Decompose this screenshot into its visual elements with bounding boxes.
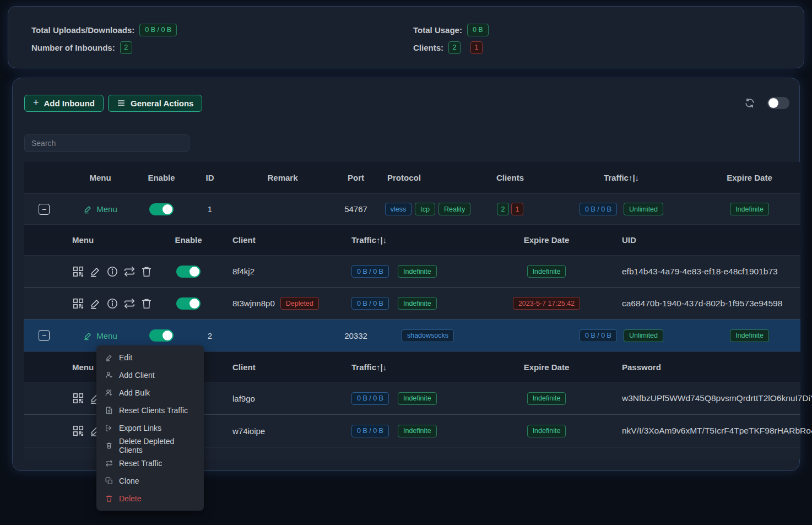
traffic-limit-badge: Indefinite [398, 392, 437, 405]
clients-count: 2 1 [476, 203, 544, 215]
clone-icon [105, 477, 113, 485]
reset-traffic-icon[interactable] [123, 297, 136, 310]
row-menu-button[interactable]: Menu [83, 204, 117, 214]
file-reset-icon [105, 407, 113, 414]
clients-active-badge: 2 [497, 203, 509, 215]
enable-toggle[interactable] [149, 329, 174, 342]
stat-total-uploads-downloads: Total Uploads/Downloads: 0 B / 0 B [24, 21, 405, 39]
client-password: nkV/I/3XoAm9v6xMT/T5IcrF4TpeTKF98rHARbRo… [622, 426, 812, 436]
inbound-row-1: − Menu 1 54767 vless tcp Reality 2 [24, 194, 800, 225]
delete-icon[interactable] [140, 266, 153, 278]
general-actions-label: General Actions [131, 99, 193, 108]
trash-clients-icon [105, 442, 113, 450]
inbound-port: 20332 [332, 331, 380, 340]
expire-badge: Indefinite [730, 203, 769, 215]
stat-label: Clients: [413, 43, 443, 52]
col-traffic[interactable]: Traffic↑|↓ [544, 173, 699, 182]
info-icon[interactable] [106, 266, 118, 278]
expire-badge: Indefinite [527, 425, 566, 437]
edit-icon[interactable] [89, 297, 101, 310]
edit-icon[interactable] [89, 266, 101, 278]
clients-active-badge: 2 [448, 41, 461, 54]
expire-badge: Indefinite [527, 265, 566, 278]
client-name: laf9go [232, 394, 255, 403]
col-uid: UID [604, 235, 800, 245]
col-traffic[interactable]: Traffic↑|↓ [329, 362, 489, 372]
add-inbound-label: Add Inbound [44, 99, 95, 108]
refresh-icon[interactable] [744, 98, 755, 109]
delete-icon[interactable] [140, 297, 153, 310]
traffic-badge: 0 B / 0 B [351, 297, 389, 310]
expire-badge: Indefinite [527, 392, 566, 405]
collapse-row-button[interactable]: − [39, 204, 50, 215]
menu-item-add-bulk[interactable]: Add Bulk [96, 384, 204, 402]
qr-code-icon[interactable] [72, 266, 84, 278]
traffic-badge: 0 B / 0 B [580, 203, 617, 215]
col-expire-date: Expire Date [489, 235, 604, 245]
col-id: ID [187, 173, 233, 182]
collapse-row-button[interactable]: − [39, 330, 50, 341]
security-tag: Reality [439, 203, 470, 215]
col-password: Password [604, 362, 800, 372]
transport-tag: tcp [415, 203, 435, 215]
client-password: w3NfbzUPf5WWd745Q8pvsmQrdrttT2lO6knuI7Di… [622, 393, 812, 403]
client-name: w74ioipe [232, 426, 265, 436]
row-menu-button[interactable]: Menu [83, 331, 117, 340]
menu-item-delete[interactable]: Delete [96, 490, 204, 507]
protocol-tag: vless [385, 203, 412, 215]
qr-code-icon[interactable] [72, 392, 84, 404]
client-name: 8t3wjnn8p0 [232, 299, 275, 308]
dark-mode-toggle[interactable] [767, 97, 789, 109]
menu-item-edit[interactable]: Edit [96, 349, 204, 366]
stat-total-usage: Total Usage: 0 B [405, 21, 804, 39]
col-traffic[interactable]: Traffic↑|↓ [329, 235, 489, 245]
stat-value-badge: 2 [120, 41, 132, 54]
client-row: 8t3wjnn8p0 Depleted 0 B / 0 B Indefinite… [24, 288, 800, 320]
expire-badge: 2023-5-7 17:25:42 [513, 297, 580, 310]
traffic-badge: 0 B / 0 B [351, 425, 389, 437]
stat-clients: Clients: 2 1 [405, 39, 804, 56]
delete-icon [105, 495, 113, 502]
menu-item-reset-clients-traffic[interactable]: Reset Clients Traffic [96, 402, 204, 419]
traffic-cell: 0 B / 0 B Unlimited [544, 329, 699, 342]
menu-item-clone[interactable]: Clone [96, 472, 204, 490]
menu-item-delete-depleted-clients[interactable]: Delete Depleted Clients [96, 437, 204, 454]
col-expire-date: Expire Date [699, 173, 800, 182]
protocol-tag: shadowsocks [402, 329, 454, 342]
depleted-badge: Depleted [280, 297, 319, 310]
user-add-icon [105, 371, 113, 379]
inbound-id: 1 [187, 204, 233, 214]
qr-code-icon[interactable] [72, 297, 84, 310]
enable-toggle[interactable] [149, 203, 174, 215]
inbound-context-menu: Edit Add Client Add Bulk Reset Clients T… [96, 345, 204, 511]
add-inbound-button[interactable]: + Add Inbound [24, 95, 104, 112]
col-client: Client [210, 235, 329, 245]
traffic-cell: 0 B / 0 B Unlimited [544, 203, 699, 215]
plus-icon: + [33, 98, 39, 107]
info-icon[interactable] [106, 297, 118, 310]
qr-code-icon[interactable] [72, 425, 84, 437]
expire-badge: Indefinite [730, 329, 769, 342]
stats-panel: Total Uploads/Downloads: 0 B / 0 B Total… [8, 6, 804, 68]
table-header-row: Menu Enable ID Remark Port Protocol Clie… [24, 162, 800, 194]
general-actions-button[interactable]: General Actions [108, 95, 202, 112]
stat-value-badge: 0 B [467, 24, 489, 36]
inbound-id: 2 [187, 331, 233, 340]
menu-item-export-links[interactable]: Export Links [96, 419, 204, 437]
protocol-tags: shadowsocks [380, 329, 476, 342]
traffic-limit-badge: Indefinite [398, 425, 437, 437]
reset-traffic-icon [105, 459, 113, 467]
export-icon [105, 424, 113, 432]
menu-item-reset-traffic[interactable]: Reset Traffic [96, 454, 204, 472]
traffic-limit-badge: Indefinite [398, 265, 437, 278]
traffic-limit-badge: Indefinite [398, 297, 437, 310]
search-input[interactable] [24, 134, 190, 152]
edit-icon [105, 354, 113, 361]
col-clients: Clients [476, 173, 544, 182]
reset-traffic-icon[interactable] [123, 266, 136, 278]
enable-toggle[interactable] [176, 297, 201, 310]
menu-item-add-client[interactable]: Add Client [96, 366, 204, 384]
enable-toggle[interactable] [176, 266, 201, 278]
col-enable: Enable [136, 173, 187, 182]
clients-depleted-badge: 1 [470, 41, 483, 54]
